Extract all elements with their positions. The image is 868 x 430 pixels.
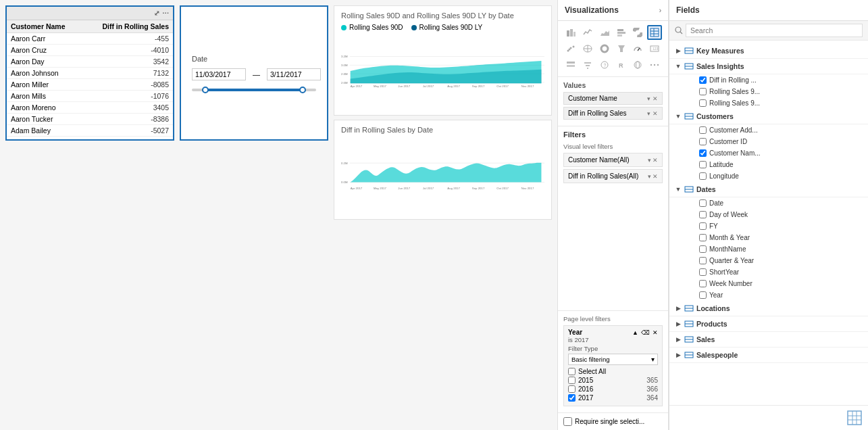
fields-group-header-2[interactable]: ▼ Customers: [669, 109, 868, 124]
table-scroll[interactable]: Customer Name Diff in Rolling Sales Aaro…: [7, 20, 173, 139]
field-chip-diff-remove[interactable]: ✕: [653, 110, 658, 117]
viz-icon-funnel[interactable]: [614, 41, 629, 56]
year-filter-collapse[interactable]: ▲: [632, 329, 638, 336]
table-menu-icon[interactable]: ⋯: [162, 9, 169, 17]
table-row[interactable]: Aaron Johnson7132: [7, 68, 173, 79]
year-filter-eraser[interactable]: ⌫: [641, 329, 650, 336]
fields-item-1-1[interactable]: Rolling Sales 9...: [683, 86, 868, 97]
year-checkbox-2015[interactable]: [568, 377, 576, 384]
item-checkbox-3-6[interactable]: [699, 268, 707, 276]
fields-item-3-3[interactable]: Month & Year: [683, 232, 868, 243]
col-customer-name[interactable]: Customer Name: [7, 20, 83, 33]
date-start-input[interactable]: [192, 68, 246, 80]
fields-table-icon[interactable]: [846, 410, 863, 426]
fields-search-input[interactable]: [686, 24, 863, 37]
col-diff-rolling[interactable]: Diff in Rolling Sales: [83, 20, 173, 33]
fields-group-header-7[interactable]: ▶ Salespeople: [669, 348, 868, 363]
table-expand-icon[interactable]: ⤢: [154, 9, 159, 17]
item-checkbox-1-0[interactable]: [699, 76, 707, 84]
viz-icon-scatter[interactable]: [563, 41, 578, 56]
filter-item-customer-remove[interactable]: ✕: [653, 157, 658, 164]
table-row[interactable]: Aaron Moreno3405: [7, 102, 173, 114]
select-all-checkbox[interactable]: [568, 368, 576, 375]
fields-group-header-4[interactable]: ▶ Locations: [669, 301, 868, 316]
year-option-2015[interactable]: 2015 365: [568, 377, 658, 384]
viz-icon-bar-h[interactable]: [614, 25, 629, 40]
field-chip-customer-remove[interactable]: ✕: [653, 95, 658, 102]
fields-item-2-2[interactable]: Customer Nam...: [683, 147, 868, 159]
filter-type-dropdown-icon[interactable]: ▾: [651, 356, 655, 363]
viz-panel-arrow[interactable]: ›: [659, 7, 661, 14]
filter-item-diff-remove[interactable]: ✕: [653, 173, 658, 180]
year-checkbox-2016[interactable]: [568, 385, 576, 393]
viz-icon-slicer[interactable]: [563, 57, 578, 72]
table-row[interactable]: Aaron Carr-455: [7, 33, 173, 45]
fields-item-2-0[interactable]: Customer Add...: [683, 124, 868, 136]
viz-icon-map[interactable]: [580, 41, 595, 56]
fields-item-1-2[interactable]: Rolling Sales 9...: [683, 97, 868, 109]
fields-item-3-7[interactable]: Week Number: [683, 278, 868, 289]
year-option-2016[interactable]: 2016 366: [568, 385, 658, 393]
item-checkbox-3-3[interactable]: [699, 234, 707, 241]
fields-group-header-5[interactable]: ▶ Products: [669, 316, 868, 332]
table-row[interactable]: Aaron Miller-8085: [7, 79, 173, 91]
year-checkbox-2017[interactable]: [568, 394, 576, 402]
field-chip-customer-dropdown[interactable]: ▾: [647, 95, 650, 102]
item-checkbox-3-2[interactable]: [699, 222, 707, 230]
viz-icon-more[interactable]: [647, 57, 662, 72]
item-checkbox-2-3[interactable]: [699, 161, 707, 168]
item-checkbox-2-1[interactable]: [699, 138, 707, 145]
viz-icon-r[interactable]: R: [614, 57, 629, 72]
table-row[interactable]: Aaron Day3542: [7, 56, 173, 68]
item-checkbox-1-1[interactable]: [699, 88, 707, 95]
viz-icon-filter[interactable]: [580, 57, 595, 72]
filter-item-customer-expand[interactable]: ▾: [648, 157, 651, 164]
item-checkbox-2-2[interactable]: [699, 149, 707, 157]
table-row[interactable]: Aaron Tucker-8386: [7, 114, 173, 125]
fields-group-header-6[interactable]: ▶ Sales: [669, 332, 868, 348]
select-all-row[interactable]: Select All: [568, 368, 658, 375]
viz-icon-qna[interactable]: ?: [597, 57, 612, 72]
slider-thumb-right[interactable]: [299, 87, 306, 93]
year-filter-remove[interactable]: ✕: [653, 329, 658, 336]
table-row[interactable]: Adam Duncan-1494: [7, 137, 173, 140]
fields-item-1-0[interactable]: Diff in Rolling ...: [683, 74, 868, 86]
viz-icon-card[interactable]: 123: [647, 41, 662, 56]
viz-icon-area[interactable]: [597, 25, 612, 40]
fields-item-2-1[interactable]: Customer ID: [683, 136, 868, 147]
field-chip-customer[interactable]: Customer Name ▾ ✕: [563, 92, 663, 105]
fields-item-3-4[interactable]: MonthName: [683, 243, 868, 255]
fields-group-header-3[interactable]: ▼ Dates: [669, 182, 868, 197]
fields-item-3-2[interactable]: FY: [683, 220, 868, 232]
viz-icon-line[interactable]: [580, 25, 595, 40]
require-checkbox[interactable]: [563, 417, 572, 426]
fields-item-2-3[interactable]: Latitude: [683, 159, 868, 170]
item-checkbox-2-0[interactable]: [699, 126, 707, 134]
viz-icon-globe[interactable]: [630, 57, 645, 72]
viz-icon-gauge[interactable]: [630, 41, 645, 56]
fields-item-3-5[interactable]: Quarter & Year: [683, 255, 868, 266]
slider-thumb-left[interactable]: [202, 87, 209, 93]
fields-item-2-4[interactable]: Longitude: [683, 170, 868, 182]
viz-icon-donut[interactable]: [597, 41, 612, 56]
item-checkbox-3-7[interactable]: [699, 280, 707, 287]
viz-icon-table[interactable]: [647, 25, 662, 40]
fields-item-3-8[interactable]: Year: [683, 289, 868, 301]
fields-group-header-0[interactable]: ▶ Key Measures: [669, 43, 868, 59]
fields-item-3-6[interactable]: ShortYear: [683, 266, 868, 278]
date-end-input[interactable]: [267, 68, 321, 80]
filter-item-customer[interactable]: Customer Name(All) ▾ ✕: [563, 153, 663, 167]
filter-type-select[interactable]: Basic filtering ▾: [568, 354, 658, 365]
date-slider-track[interactable]: [192, 89, 316, 91]
field-chip-diff-dropdown[interactable]: ▾: [647, 110, 650, 117]
field-chip-diff[interactable]: Diff in Rolling Sales ▾ ✕: [563, 107, 663, 120]
filter-item-diff[interactable]: Diff in Rolling Sales(All) ▾ ✕: [563, 169, 663, 183]
item-checkbox-1-2[interactable]: [699, 99, 707, 107]
item-checkbox-3-4[interactable]: [699, 245, 707, 253]
item-checkbox-2-4[interactable]: [699, 172, 707, 180]
fields-item-3-1[interactable]: Day of Week: [683, 209, 868, 220]
table-row[interactable]: Adam Bailey-5027: [7, 125, 173, 137]
viz-icon-pie[interactable]: [630, 25, 645, 40]
table-row[interactable]: Aaron Cruz-4010: [7, 45, 173, 56]
item-checkbox-3-0[interactable]: [699, 199, 707, 207]
